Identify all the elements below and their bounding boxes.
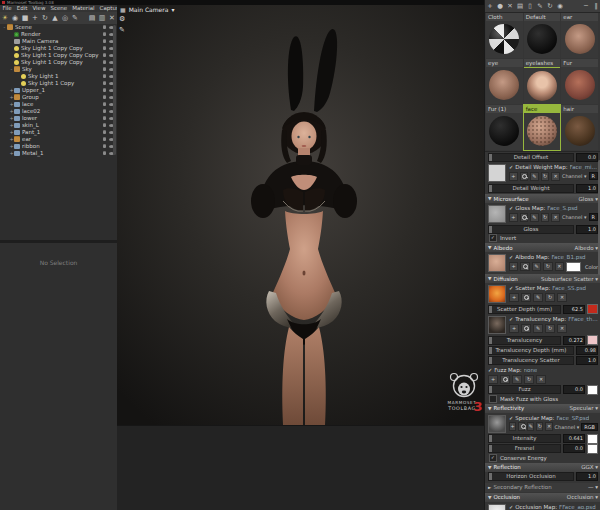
checkbox-icon[interactable]: ✓ xyxy=(489,234,497,242)
menu-scene[interactable]: Scene xyxy=(48,5,70,12)
lock-icon[interactable] xyxy=(103,89,106,92)
translate-icon[interactable]: + xyxy=(30,14,40,22)
add-icon[interactable]: + xyxy=(509,324,519,333)
delete-icon[interactable]: ✕ xyxy=(107,14,117,22)
slider-value[interactable]: 1.0 xyxy=(576,184,598,193)
checkbox-mask-fuzz-with-gloss[interactable]: Mask Fuzz with Gloss xyxy=(485,395,600,403)
color-swatch[interactable] xyxy=(587,444,598,454)
tree-item-scene[interactable]: -Scene xyxy=(0,24,117,31)
refresh-icon[interactable]: ↻ xyxy=(545,2,555,10)
menu-view[interactable]: View xyxy=(30,5,48,12)
tree-item-skin-l[interactable]: +skin_L xyxy=(0,122,117,129)
clear-icon[interactable]: ✕ xyxy=(557,324,567,333)
magnify-icon[interactable] xyxy=(521,324,531,333)
paint-material-icon[interactable]: ✎ xyxy=(535,2,545,10)
reload-icon[interactable]: ↻ xyxy=(545,293,555,302)
magnify-icon[interactable] xyxy=(520,262,529,271)
lock-icon[interactable] xyxy=(103,54,106,57)
material-cell-eye[interactable]: eye xyxy=(486,59,523,104)
material-cell-cloth[interactable]: Cloth xyxy=(486,13,523,58)
section-mode-select[interactable]: Subsurface Scatter ▾ xyxy=(541,276,598,282)
slider-handle[interactable] xyxy=(489,473,492,480)
section-mode-select[interactable]: Specular ▾ xyxy=(569,405,598,411)
map-enabled-checkbox[interactable]: ✓ xyxy=(509,415,513,421)
rotate-icon[interactable]: ↻ xyxy=(40,14,50,22)
sphere-preview-icon[interactable]: ● xyxy=(495,2,505,10)
lock-icon[interactable] xyxy=(103,26,106,29)
add-icon[interactable]: + xyxy=(488,375,498,384)
slider-track[interactable]: Detail Weight xyxy=(488,184,574,193)
checkbox-icon[interactable] xyxy=(489,395,497,403)
checkbox-invert[interactable]: ✓Invert xyxy=(485,234,600,242)
reload-icon[interactable]: ↻ xyxy=(524,375,534,384)
slider-track[interactable]: Translucency Scatter xyxy=(488,356,574,365)
add-camera-icon[interactable]: ◉ xyxy=(10,14,20,22)
color-swatch[interactable] xyxy=(587,434,598,444)
material-cell-fur[interactable]: Fur xyxy=(561,59,598,104)
lock-icon[interactable] xyxy=(103,103,106,106)
channel-select[interactable]: Channel ▾R xyxy=(562,172,598,180)
map-enabled-checkbox[interactable]: ✓ xyxy=(509,504,513,510)
section-reflectivity[interactable]: ▼ReflectivitySpecular ▾ xyxy=(485,404,600,413)
reload-icon[interactable]: ↻ xyxy=(541,172,550,181)
environment-icon[interactable]: ◉ xyxy=(555,2,565,10)
section-microsurface[interactable]: ▼MicrosurfaceGloss ▾ xyxy=(485,194,600,203)
tree-scrollbar[interactable] xyxy=(113,25,116,155)
lock-icon[interactable] xyxy=(103,47,106,50)
map-enabled-checkbox[interactable]: ✓ xyxy=(488,367,492,373)
section-reflection[interactable]: ▼ReflectionGGX ▾ xyxy=(485,463,600,472)
slider-track[interactable]: Translucency xyxy=(488,336,561,345)
add-icon[interactable]: + xyxy=(509,262,518,271)
texture-thumbnail[interactable] xyxy=(488,205,506,223)
tree-item-pant-1[interactable]: +Pant_1 xyxy=(0,129,117,136)
open-folder-icon[interactable]: ▤ xyxy=(515,2,525,10)
reload-icon[interactable]: ↻ xyxy=(541,213,550,222)
magnify-icon[interactable] xyxy=(520,172,529,181)
checkbox-conserve-energy[interactable]: ✓Conserve Energy xyxy=(485,454,600,462)
clear-icon[interactable]: ✕ xyxy=(536,375,546,384)
tree-item-upper-1[interactable]: +Upper_1 xyxy=(0,87,117,94)
edit-icon[interactable]: ✎ xyxy=(512,375,522,384)
add-icon[interactable]: + xyxy=(509,172,518,181)
lock-icon[interactable] xyxy=(103,145,106,148)
trash-icon[interactable]: ▯ xyxy=(525,2,535,10)
add-icon[interactable]: + xyxy=(509,213,518,222)
slider-value[interactable]: 0.98 xyxy=(576,346,598,355)
tree-item-group[interactable]: +Group xyxy=(0,94,117,101)
slider-track[interactable]: Horizon Occlusion xyxy=(488,472,574,481)
lock-icon[interactable] xyxy=(103,124,106,127)
slider-handle[interactable] xyxy=(489,347,492,354)
tree-item-lace02[interactable]: +lace02 xyxy=(0,108,117,115)
tree-item-metal-1[interactable]: +Metal_1 xyxy=(0,150,117,157)
add-object-icon[interactable]: ■ xyxy=(20,14,30,22)
material-cell-hair[interactable]: hair xyxy=(561,105,598,150)
add-icon[interactable]: + xyxy=(509,293,519,302)
slider-value[interactable]: 62.5 xyxy=(563,305,585,314)
section-mode-select[interactable]: GGX ▾ xyxy=(581,464,598,470)
section-albedo[interactable]: ▼AlbedoAlbedo ▾ xyxy=(485,243,600,252)
menu-edit[interactable]: Edit xyxy=(14,5,30,12)
edit-icon[interactable]: ✎ xyxy=(527,422,534,431)
map-enabled-checkbox[interactable]: ✓ xyxy=(509,254,513,260)
viewport-camera-tab[interactable]: ▦ Main Camera ▾ xyxy=(120,6,174,13)
clear-icon[interactable]: ✕ xyxy=(545,422,552,431)
slider-handle[interactable] xyxy=(489,154,492,161)
material-cell-eyelashes[interactable]: eyelashes xyxy=(524,59,561,104)
reload-icon[interactable]: ↻ xyxy=(536,422,543,431)
lock-icon[interactable] xyxy=(103,110,106,113)
duplicate-icon[interactable]: ▥ xyxy=(97,14,107,22)
slider-track[interactable]: Detail Offset xyxy=(488,153,574,162)
lock-icon[interactable] xyxy=(103,138,106,141)
menu-capture[interactable]: Capture xyxy=(97,5,117,12)
slider-value[interactable]: 0.0 xyxy=(563,385,585,394)
magnify-icon[interactable] xyxy=(520,213,529,222)
tree-item-main-camera[interactable]: Main Camera xyxy=(0,38,117,45)
edit-icon[interactable]: ✎ xyxy=(532,262,541,271)
section-occlusion[interactable]: ▼OcclusionOcclusion ▾ xyxy=(485,493,600,502)
new-material-icon[interactable]: + xyxy=(485,2,495,10)
texture-thumbnail[interactable] xyxy=(488,254,506,272)
slider-track[interactable]: Fresnel xyxy=(488,444,561,453)
material-cell-face[interactable]: face xyxy=(524,105,561,150)
texture-thumbnail[interactable] xyxy=(488,285,506,303)
slider-handle[interactable] xyxy=(489,357,492,364)
